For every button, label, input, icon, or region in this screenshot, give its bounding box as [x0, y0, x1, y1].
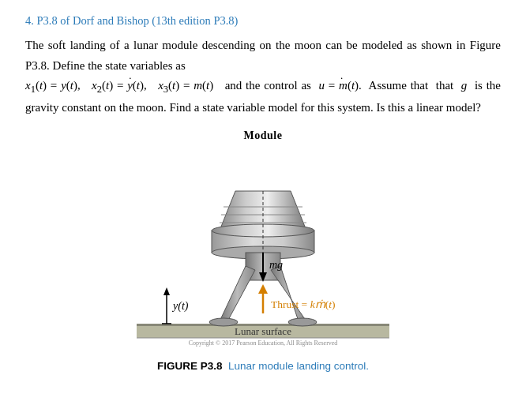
- figure-svg: y(t): [97, 144, 429, 357]
- title-text: 4. P3.8 of Dorf and Bishop (13th edition…: [25, 14, 238, 27]
- svg-text:Copyright © 2017 Pearson Educa: Copyright © 2017 Pearson Education, All …: [189, 339, 338, 347]
- g-var: g: [461, 79, 468, 92]
- svg-text:mg: mg: [269, 259, 283, 271]
- assume-text: Assume that: [369, 79, 429, 92]
- svg-point-17: [209, 318, 238, 326]
- figure-caption: FIGURE P3.8 Lunar module landing control…: [157, 360, 369, 372]
- figure-caption-rest: Lunar module landing control.: [228, 360, 369, 372]
- svg-text:Thrust = kṁ(t): Thrust = kṁ(t): [271, 298, 335, 310]
- module-label: Module: [244, 129, 283, 142]
- svg-text:y(t): y(t): [171, 300, 189, 313]
- svg-point-18: [288, 318, 317, 326]
- and-control-text: and the control as: [225, 79, 311, 92]
- svg-marker-4: [163, 287, 170, 295]
- problem-title: 4. P3.8 of Dorf and Bishop (13th edition…: [25, 14, 501, 28]
- intro-text: The soft landing of a lunar module desce…: [25, 39, 501, 72]
- figure-container: Module y(t): [25, 129, 501, 372]
- math-x1: x1(t) = y(t), x2(t) = y·(t), x3(t) = m(t…: [25, 79, 217, 92]
- problem-body: The soft landing of a lunar module desce…: [25, 36, 501, 118]
- svg-marker-24: [258, 284, 268, 294]
- figure-caption-bold: FIGURE P3.8: [157, 360, 223, 372]
- svg-marker-16: [271, 266, 306, 321]
- svg-marker-15: [220, 266, 255, 321]
- lunar-surface-label: Lunar surface: [235, 325, 291, 337]
- u-equals: u = m·(t).: [319, 79, 362, 92]
